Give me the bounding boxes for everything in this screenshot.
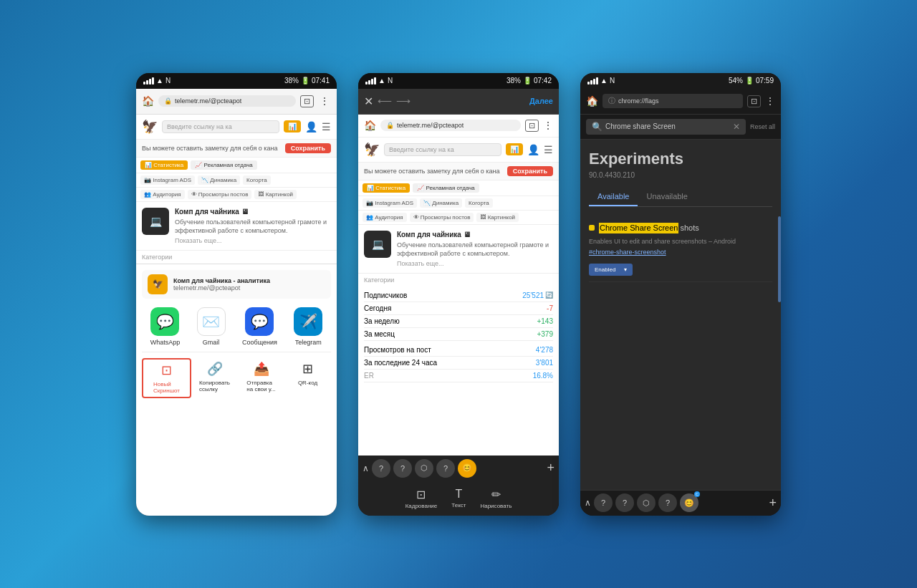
sub-tab-audience-1[interactable]: 👥 Аудитория <box>140 190 185 199</box>
sub-tab-cohort-1[interactable]: Когорта <box>243 175 271 185</box>
save-button-2[interactable]: Сохранить <box>507 166 553 176</box>
sub-tab-dynamic-2[interactable]: 📉 Динамика <box>420 198 462 208</box>
tab-dot-5-active[interactable]: 😊 <box>458 459 476 478</box>
menu-btn-2[interactable]: ⋮ <box>543 120 553 131</box>
ss-tool-draw[interactable]: ✏ Нарисовать <box>480 488 512 509</box>
tab-dot-3-2[interactable]: ? <box>615 493 634 512</box>
url-text-2: telemetr.me/@pcteapot <box>397 122 464 129</box>
flag-link-1[interactable]: #chrome-share-screenshot <box>589 249 772 256</box>
search-input-1[interactable]: Введите ссылку на ка <box>162 120 279 133</box>
search-input-2[interactable]: Введите ссылку на ка <box>384 143 501 156</box>
nav-tab-stats-1[interactable]: 📊 Статистика <box>140 160 188 170</box>
url-bar-1[interactable]: 🔒 telemetr.me/@pcteapot <box>158 95 296 107</box>
chart-btn-2[interactable]: 📊 <box>506 143 523 155</box>
avatar-icon-1[interactable]: 👤 <box>305 121 317 132</box>
add-tab-icon-3[interactable]: + <box>769 496 777 511</box>
save-button-1[interactable]: Сохранить <box>285 143 331 153</box>
tab-dot-1[interactable]: ? <box>372 459 390 478</box>
forward-btn-2[interactable]: ⟶ <box>396 95 411 107</box>
day24-label: За последние 24 часа <box>364 359 437 367</box>
share-url-1: telemetr.me/@pcteapot <box>173 284 270 291</box>
nav-tab-ads-1[interactable]: 📈 Рекламная отдача <box>191 160 257 170</box>
home-icon-1[interactable]: 🏠 <box>142 95 154 107</box>
scrollbar-right[interactable] <box>778 216 781 302</box>
ss-tool-crop[interactable]: ⊡ Кадрование <box>405 488 438 509</box>
sub-tab-audience-2[interactable]: 👥 Аудитория <box>363 213 407 222</box>
sub-tab-img-2[interactable]: 🖼 Картинкой <box>476 213 519 222</box>
share-app-whatsapp[interactable]: 💬 WhatsApp <box>150 307 181 346</box>
tab-dot-2[interactable]: ? <box>393 459 412 478</box>
search-text-3: Chrome share Screen <box>605 122 733 130</box>
phone3-content: Experiments 90.0.4430.210 Available Unav… <box>580 140 781 490</box>
tab-dot-3-5-active[interactable]: C 😊 <box>680 493 698 512</box>
action-copy-link[interactable]: 🔗 Копироватьссылку <box>191 358 238 398</box>
tab-dot-3-1[interactable]: ? <box>594 493 613 512</box>
close-icon-2[interactable]: ✕ <box>364 95 373 108</box>
url-bar-2[interactable]: 🔒 telemetr.me/@pcteapot <box>380 120 521 131</box>
flag-title-highlighted: Chrome Share Screen <box>599 223 678 233</box>
tab-btn-3[interactable]: ⊡ <box>747 95 761 107</box>
screenshot-toolbar: ⊡ Кадрование T Текст ✏ Нарисовать <box>358 481 559 516</box>
today-value: -7 <box>547 304 553 312</box>
time-1: 07:41 <box>312 77 330 85</box>
sub-tab-dynamic-1[interactable]: 📉 Динамика <box>198 175 240 185</box>
action-screenshot[interactable]: ⊡ НовыйСкриншот <box>142 358 191 398</box>
flags-search-bar[interactable]: 🔍 Chrome share Screen ✕ <box>586 119 746 135</box>
user-icon-2[interactable]: 👤 <box>527 144 539 155</box>
action-send[interactable]: 📤 Отправкана свои у... <box>238 358 284 398</box>
add-tab-icon-2[interactable]: + <box>547 461 554 476</box>
tab-btn-1[interactable]: ⊡ <box>300 95 314 107</box>
sub-tab-cohort-2[interactable]: Когорта <box>465 198 493 208</box>
chevron-up-icon-3[interactable]: ∧ <box>585 498 591 508</box>
back-btn-2[interactable]: ⟵ <box>378 95 392 107</box>
dalye-btn[interactable]: Далее <box>529 97 553 105</box>
home-icon-2[interactable]: 🏠 <box>364 120 376 131</box>
crop-icon: ⊡ <box>416 488 426 501</box>
status-right-3: 54% 🔋 07:59 <box>729 77 774 85</box>
hamburger-icon-2[interactable]: ☰ <box>544 144 553 155</box>
chevron-up-icon-2[interactable]: ∧ <box>363 463 369 473</box>
exp-tab-unavailable[interactable]: Unavailable <box>638 188 696 206</box>
channel-avatar-1: 💻 <box>142 208 169 235</box>
share-logo-1: 🦅 <box>148 274 168 294</box>
menu-btn-3[interactable]: ⋮ <box>765 95 775 107</box>
sub-tab-instagram-1[interactable]: 📷 Instagram ADS <box>140 175 195 185</box>
exp-tab-available[interactable]: Available <box>589 188 638 206</box>
share-app-telegram[interactable]: ✈️ Telegram <box>294 307 322 346</box>
sub-tab-instagram-2[interactable]: 📷 Instagram ADS <box>363 198 417 208</box>
flag-select-wrap[interactable]: Enabled ▾ <box>589 264 633 276</box>
sub-tab-views-2[interactable]: 👁 Просмотры постов <box>410 213 474 222</box>
nav-tab-stats-2[interactable]: 📊 Статистика <box>363 183 410 193</box>
tab-dot-3[interactable]: ⬡ <box>415 459 433 478</box>
menu-btn-1[interactable]: ⋮ <box>318 94 331 108</box>
status-bar-1: ▲ N 38% 🔋 07:41 <box>136 73 337 89</box>
tab-dot-3-3[interactable]: ⬡ <box>637 493 656 512</box>
action-qr[interactable]: ⊞ QR-код <box>284 358 331 398</box>
wifi-icon: ▲ <box>156 77 163 85</box>
reset-all-btn[interactable]: Reset all <box>750 123 775 130</box>
sub-tabs-2: 📷 Instagram ADS 📉 Динамика Когорта <box>358 196 559 211</box>
show-more-2[interactable]: Показать еще... <box>397 260 553 267</box>
hamburger-icon-1[interactable]: ☰ <box>322 121 331 132</box>
channel-name-2: Комп для чайника 🖥 <box>397 231 553 238</box>
action-qr-label: QR-код <box>298 380 317 386</box>
share-app-messages[interactable]: 💬 Сообщения <box>242 307 277 346</box>
tab-dot-4[interactable]: ? <box>436 459 455 478</box>
flag-desc-1: Enables UI to edit and share screenshots… <box>589 237 772 246</box>
ss-tool-text[interactable]: T Текст <box>451 488 466 509</box>
clear-search-btn[interactable]: ✕ <box>733 122 740 132</box>
tab-dot-3-4[interactable]: ? <box>658 493 677 512</box>
nav-tab-ads-2[interactable]: 📈 Рекламная отдача <box>413 183 479 193</box>
status-left-2: ▲ N <box>365 77 393 85</box>
tab-btn-2[interactable]: ⊡ <box>525 120 539 132</box>
chrome-url-bar[interactable]: ⓘ chrome://flags <box>602 94 743 108</box>
sub-tab-img-1[interactable]: 🖼 Картинкой <box>254 190 297 199</box>
home-icon-3[interactable]: 🏠 <box>586 95 598 107</box>
chevron-down-icon: ▾ <box>624 266 627 273</box>
chart-btn-1[interactable]: 📊 <box>284 120 301 132</box>
share-app-gmail[interactable]: ✉️ Gmail <box>197 307 226 346</box>
show-more-1[interactable]: Показать еще... <box>175 237 331 244</box>
sub-tabs-2-1: 👥 Аудитория 👁 Просмотры постов 🖼 Картинк… <box>136 188 337 202</box>
sub-tab-views-1[interactable]: 👁 Просмотры постов <box>188 190 252 199</box>
browser-toolbar-1: 🏠 🔒 telemetr.me/@pcteapot ⊡ ⋮ <box>136 89 337 115</box>
